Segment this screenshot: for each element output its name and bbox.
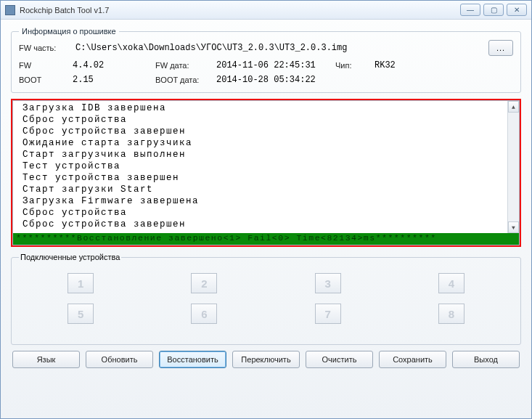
scroll-track[interactable]: [508, 113, 519, 221]
log-lines: Загрузка IDB завершена Сброс устройства …: [13, 101, 519, 230]
firmware-info-group: Информация о прошивке FW часть: C:\Users…: [11, 27, 521, 93]
chip-value: RK32: [375, 60, 462, 70]
titlebar: Rockchip Batch Tool v1.7 — ▢ ✕: [1, 1, 531, 20]
switch-button[interactable]: Переключить: [232, 351, 300, 368]
devices-legend: Подключенные устройства: [19, 253, 121, 261]
devices-group: Подключенные устройства 1 2 3 4 5 6 7 8: [11, 253, 521, 345]
fw-date-label: FW дата:: [155, 61, 213, 70]
clear-button[interactable]: Очистить: [306, 351, 373, 368]
fw-label: FW: [19, 61, 70, 70]
restore-button[interactable]: Восстановить: [159, 351, 226, 368]
boot-value: 2.15: [73, 75, 152, 85]
update-button[interactable]: Обновить: [86, 351, 153, 368]
device-slot-7[interactable]: 7: [315, 304, 341, 324]
log-highlight-frame: Загрузка IDB завершена Сброс устройства …: [11, 99, 521, 247]
close-button[interactable]: ✕: [507, 4, 527, 16]
minimize-button[interactable]: —: [460, 4, 480, 16]
boot-label: BOOT: [19, 76, 70, 84]
device-slot-4[interactable]: 4: [438, 273, 465, 293]
exit-button[interactable]: Выход: [452, 351, 520, 368]
app-icon: [5, 5, 15, 15]
boot-date-label: BOOT дата:: [155, 76, 213, 84]
device-slot-2[interactable]: 2: [191, 273, 217, 293]
scroll-up-icon[interactable]: ▲: [508, 101, 519, 113]
window-title: Rockchip Batch Tool v1.7: [20, 6, 109, 15]
log-status-line: **********Восстановление завершено<1> Fa…: [13, 233, 519, 245]
scroll-down-icon[interactable]: ▼: [508, 221, 519, 233]
maximize-button[interactable]: ▢: [483, 4, 504, 16]
chip-label: Чип:: [335, 61, 372, 70]
save-button[interactable]: Сохранить: [379, 351, 446, 368]
firmware-info-legend: Информация о прошивке: [19, 27, 119, 36]
lang-button[interactable]: Язык: [12, 351, 80, 368]
content-area: Информация о прошивке FW часть: C:\Users…: [1, 20, 531, 418]
device-slot-5[interactable]: 5: [67, 304, 94, 324]
log-textarea[interactable]: Загрузка IDB завершена Сброс устройства …: [12, 100, 520, 245]
fw-date-value: 2014-11-06 22:45:31: [216, 60, 332, 70]
device-slot-1[interactable]: 1: [67, 273, 94, 293]
fw-path-value: C:\Users\xoka\Downloads\УГОС\UT3_2.0.3\U…: [74, 41, 484, 54]
browse-button[interactable]: ...: [488, 40, 513, 56]
boot-date-value: 2014-10-28 05:34:22: [216, 75, 332, 85]
fw-path-label: FW часть:: [19, 44, 70, 52]
device-slot-3[interactable]: 3: [315, 273, 341, 293]
log-scrollbar[interactable]: ▲ ▼: [507, 101, 519, 233]
window-controls: — ▢ ✕: [460, 4, 527, 16]
device-slot-8[interactable]: 8: [438, 304, 465, 324]
button-row: Язык Обновить Восстановить Переключить О…: [11, 351, 521, 368]
app-window: Rockchip Batch Tool v1.7 — ▢ ✕ Информаци…: [0, 0, 532, 419]
fw-value: 4.4.02: [73, 60, 152, 70]
device-slot-6[interactable]: 6: [191, 304, 217, 324]
